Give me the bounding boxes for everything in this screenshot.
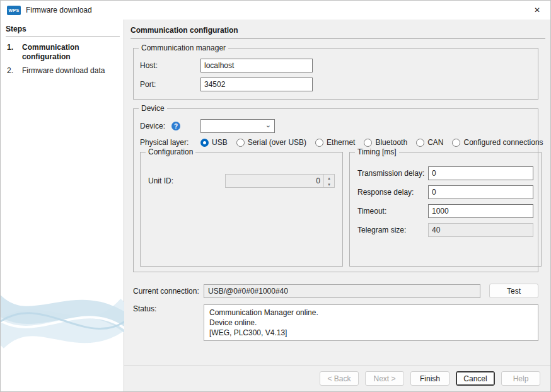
unit-id-input[interactable] — [225, 174, 335, 188]
device-group: Device Device: ? ⌄ P — [133, 108, 538, 272]
communication-manager-legend: Communication manager — [139, 43, 228, 53]
current-connection-field — [204, 284, 480, 298]
status-box: Communication Manager online. Device onl… — [204, 304, 538, 341]
timing-legend: Timing [ms] — [355, 147, 399, 157]
response-delay-row: Response delay: — [357, 185, 533, 199]
timeout-label: Timeout: — [357, 207, 428, 216]
radio-icon — [416, 139, 424, 147]
unit-id-label: Unit ID: — [148, 176, 225, 185]
transmission-delay-input[interactable] — [428, 166, 533, 180]
port-row: Port: — [140, 78, 531, 91]
host-input[interactable] — [200, 59, 313, 72]
radio-configured-connections[interactable]: Configured connections — [452, 138, 543, 147]
chevron-down-icon: ⌄ — [265, 121, 271, 129]
status-line: Communication Manager online. — [209, 308, 533, 318]
radio-serial-over-usb[interactable]: Serial (over USB) — [236, 138, 306, 147]
configuration-legend: Configuration — [146, 147, 195, 157]
page-title: Communication configuration — [130, 25, 545, 39]
test-button[interactable]: Test — [489, 284, 538, 298]
transmission-delay-row: Transmission delay: — [357, 166, 533, 180]
step-number: 1. — [7, 43, 22, 62]
device-select[interactable]: ⌄ — [200, 119, 275, 133]
port-input[interactable] — [200, 78, 313, 91]
transmission-delay-label: Transmission delay: — [357, 169, 428, 178]
radio-label: USB — [212, 138, 228, 147]
back-button[interactable]: < Back — [320, 371, 359, 386]
radio-label: Ethernet — [327, 138, 355, 147]
help-icon[interactable]: ? — [171, 122, 180, 130]
spin-up-icon[interactable]: ▴ — [324, 175, 334, 181]
telegram-size-input — [428, 223, 533, 237]
host-label: Host: — [140, 61, 200, 70]
response-delay-label: Response delay: — [357, 188, 428, 197]
physical-layer-row: Physical layer: USB Serial (over USB) — [140, 138, 531, 147]
step-number: 2. — [7, 66, 22, 76]
radio-label: Serial (over USB) — [248, 138, 306, 147]
spin-down-icon[interactable]: ▾ — [324, 181, 334, 187]
firmware-download-dialog: WPS Firmware download ✕ Steps 1. Communi… — [0, 0, 551, 392]
device-label-wrap: Device: ? — [140, 122, 200, 130]
unit-id-row: Unit ID: ▴ ▾ — [148, 174, 335, 188]
window-title: Firmware download — [26, 6, 92, 14]
close-icon[interactable]: ✕ — [524, 1, 550, 20]
titlebar: WPS Firmware download ✕ — [1, 1, 550, 20]
telegram-size-row: Telegram size: — [357, 223, 533, 237]
device-label: Device: — [140, 122, 165, 130]
radio-label: Bluetooth — [375, 138, 407, 147]
radio-label: Configured connections — [463, 138, 543, 147]
radio-bluetooth[interactable]: Bluetooth — [364, 138, 407, 147]
main-panel: Communication configuration Communicatio… — [124, 20, 550, 365]
current-connection-label: Current connection: — [133, 287, 204, 296]
device-row: Device: ? ⌄ — [140, 119, 531, 133]
current-connection-row: Current connection: Test — [133, 284, 538, 298]
step-label: Firmware download data — [22, 66, 105, 76]
radio-icon — [452, 139, 460, 147]
status-line: Device online. — [209, 318, 533, 328]
help-button[interactable]: Help — [501, 371, 540, 386]
radio-label: CAN — [427, 138, 443, 147]
unit-id-spinner[interactable]: ▴ ▾ — [225, 174, 335, 188]
decorative-swoosh — [1, 279, 124, 374]
timeout-row: Timeout: — [357, 204, 533, 218]
port-label: Port: — [140, 80, 200, 89]
physical-layer-label: Physical layer: — [140, 138, 200, 147]
response-delay-input[interactable] — [428, 185, 533, 199]
radio-ethernet[interactable]: Ethernet — [315, 138, 355, 147]
radio-icon — [364, 139, 372, 147]
radio-can[interactable]: CAN — [416, 138, 443, 147]
wps-logo-icon: WPS — [7, 6, 21, 15]
device-legend: Device — [139, 104, 167, 113]
communication-manager-group: Communication manager Host: Port: — [133, 48, 538, 100]
step-item-firmware-download-data: 2. Firmware download data — [1, 64, 124, 78]
status-row: Status: Communication Manager online. De… — [133, 304, 538, 341]
radio-usb[interactable]: USB — [200, 138, 228, 147]
next-button[interactable]: Next > — [365, 371, 404, 386]
physical-layer-radios: USB Serial (over USB) Ethernet — [200, 138, 543, 147]
step-label: Communication configuration — [22, 43, 119, 62]
telegram-size-label: Telegram size: — [357, 226, 428, 234]
radio-icon — [236, 139, 245, 147]
timing-group: Timing [ms] Transmission delay: Response… — [349, 152, 542, 267]
timeout-input[interactable] — [428, 204, 533, 218]
radio-icon — [315, 139, 323, 147]
steps-panel: Steps 1. Communication configuration 2. … — [1, 20, 124, 391]
wizard-button-bar: < Back Next > Finish Cancel Help — [124, 365, 550, 391]
status-label: Status: — [133, 304, 204, 313]
spinner-buttons: ▴ ▾ — [323, 175, 334, 187]
finish-button[interactable]: Finish — [410, 371, 450, 386]
cancel-button[interactable]: Cancel — [456, 371, 495, 386]
steps-header: Steps — [6, 25, 120, 37]
step-item-communication-configuration: 1. Communication configuration — [1, 41, 124, 64]
configuration-group: Configuration Unit ID: ▴ ▾ — [140, 152, 343, 267]
radio-icon — [200, 139, 209, 147]
host-row: Host: — [140, 59, 531, 72]
status-line: [WEG, PLC300, V4.13] — [209, 328, 533, 338]
